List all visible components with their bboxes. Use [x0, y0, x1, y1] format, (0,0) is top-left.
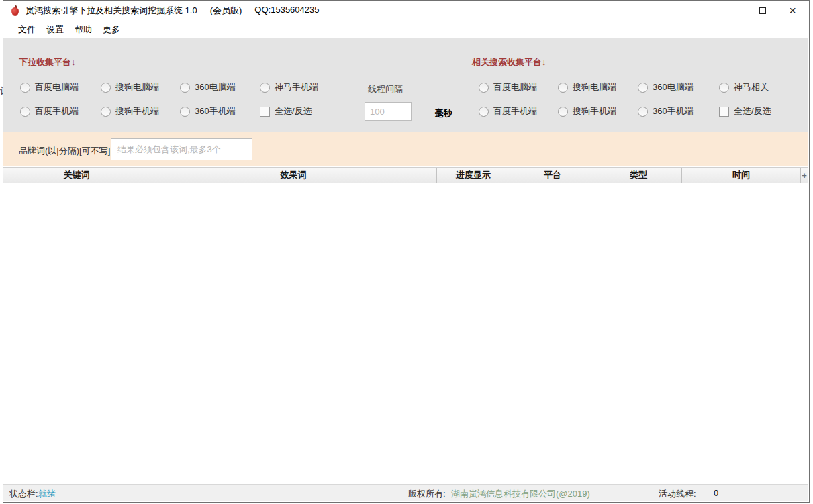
add-column-button[interactable]: + — [801, 168, 808, 183]
radio-label: 360电脑端 — [653, 81, 694, 93]
copyright-label: 版权所有: — [408, 488, 446, 500]
close-button[interactable]: ✕ — [777, 1, 808, 21]
radio-label: 百度电脑端 — [493, 81, 537, 93]
radio-icon — [260, 83, 270, 93]
title-bar: 岚鸿搜索引擎下拉及相关搜索词挖掘系统 1.0 (会员版) QQ:15356042… — [3, 1, 808, 21]
close-icon: ✕ — [789, 6, 797, 15]
radio-label: 搜狗电脑端 — [573, 81, 616, 93]
dd-select-all-checkbox[interactable]: 全选/反选 — [260, 105, 312, 117]
dropdown-panel-heading: 下拉收集平台↓ — [19, 56, 76, 68]
checkbox-icon — [719, 107, 729, 117]
rel-select-all-checkbox[interactable]: 全选/反选 — [719, 105, 771, 117]
checkbox-icon — [260, 107, 270, 117]
radio-icon — [479, 83, 489, 93]
radio-icon — [558, 83, 568, 93]
radio-icon — [180, 107, 190, 117]
radio-label: 百度手机端 — [493, 105, 537, 117]
maximize-icon — [759, 7, 766, 14]
results-table-body[interactable] — [3, 183, 808, 484]
radio-label: 搜狗电脑端 — [115, 81, 159, 93]
radio-icon — [101, 83, 111, 93]
app-icon — [11, 5, 19, 17]
column-header-keyword[interactable]: 关键词 — [3, 168, 150, 183]
dd-sogou-mobile-radio[interactable]: 搜狗手机端 — [101, 105, 159, 117]
radio-icon — [479, 107, 489, 117]
related-panel-heading: 相关搜索收集平台↓ — [472, 56, 546, 68]
window-edition: (会员版) — [210, 5, 242, 17]
radio-icon — [101, 107, 111, 117]
thread-interval-label: 线程间隔 — [368, 83, 403, 95]
radio-icon — [180, 83, 190, 93]
radio-icon — [20, 107, 30, 117]
radio-label: 神马手机端 — [275, 81, 318, 93]
radio-label: 360手机端 — [195, 105, 236, 117]
dd-baidu-mobile-radio[interactable]: 百度手机端 — [20, 105, 79, 117]
rel-shenma-radio[interactable]: 神马相关 — [719, 81, 769, 93]
radio-icon — [638, 83, 648, 93]
radio-icon — [20, 83, 30, 93]
radio-label: 百度电脑端 — [35, 81, 79, 93]
brand-word-label: 品牌词(以|分隔)[可不写] — [19, 145, 110, 157]
status-value: 就绪 — [38, 488, 56, 500]
menu-settings[interactable]: 设置 — [46, 23, 64, 36]
menu-more[interactable]: 更多 — [103, 23, 120, 36]
menu-help[interactable]: 帮助 — [75, 23, 92, 36]
rel-360-mobile-radio[interactable]: 360手机端 — [638, 105, 694, 117]
status-bar: 状态栏: 就绪 版权所有: 湖南岚鸿信息科技有限公司(@2019) 活动线程: … — [3, 484, 808, 501]
active-threads-label: 活动线程: — [659, 488, 696, 500]
thread-interval-input[interactable] — [365, 102, 412, 121]
dd-baidu-pc-radio[interactable]: 百度电脑端 — [20, 81, 79, 93]
status-label: 状态栏: — [9, 488, 38, 500]
column-header-progress[interactable]: 进度显示 — [437, 168, 510, 183]
column-header-time[interactable]: 时间 — [682, 168, 801, 183]
brand-word-input[interactable] — [111, 138, 252, 160]
radio-icon — [638, 107, 648, 117]
active-threads-value: 0 — [714, 488, 718, 498]
rel-sogou-pc-radio[interactable]: 搜狗电脑端 — [558, 81, 616, 93]
minimize-icon — [728, 11, 736, 11]
dd-360-mobile-radio[interactable]: 360手机端 — [180, 105, 236, 117]
radio-label: 搜狗手机端 — [115, 105, 159, 117]
menu-bar: 文件 设置 帮助 更多 — [3, 21, 808, 38]
menu-file[interactable]: 文件 — [18, 23, 36, 36]
dd-sogou-pc-radio[interactable]: 搜狗电脑端 — [101, 81, 159, 93]
checkbox-label: 全选/反选 — [734, 105, 771, 117]
radio-label: 360电脑端 — [195, 81, 236, 93]
thread-interval-unit: 毫秒 — [435, 107, 452, 119]
dd-360-pc-radio[interactable]: 360电脑端 — [180, 81, 236, 93]
column-header-type[interactable]: 类型 — [595, 168, 682, 183]
rel-sogou-mobile-radio[interactable]: 搜狗手机端 — [558, 105, 616, 117]
results-table-header: 关键词 效果词 进度显示 平台 类型 时间 + — [3, 167, 808, 183]
radio-icon — [558, 107, 568, 117]
column-header-result-word[interactable]: 效果词 — [150, 168, 437, 183]
minimize-button[interactable] — [717, 1, 747, 21]
copyright-value: 湖南岚鸿信息科技有限公司(@2019) — [451, 488, 590, 500]
window-qq: QQ:1535604235 — [254, 5, 319, 17]
radio-icon — [719, 83, 729, 93]
radio-label: 神马相关 — [734, 81, 769, 93]
radio-label: 搜狗手机端 — [573, 105, 616, 117]
platform-panel: 下拉收集平台↓ 相关搜索收集平台↓ 百度电脑端 搜狗电脑端 360电脑端 神马手… — [3, 38, 808, 132]
maximize-button[interactable] — [747, 1, 777, 21]
radio-label: 百度手机端 — [35, 105, 79, 117]
column-header-platform[interactable]: 平台 — [510, 168, 595, 183]
radio-label: 360手机端 — [653, 105, 694, 117]
dd-shenma-mobile-radio[interactable]: 神马手机端 — [260, 81, 318, 93]
rel-360-pc-radio[interactable]: 360电脑端 — [638, 81, 694, 93]
checkbox-label: 全选/反选 — [275, 105, 312, 117]
window-title: 岚鸿搜索引擎下拉及相关搜索词挖掘系统 1.0 — [26, 5, 197, 17]
task-row: 品牌词(以|分隔)[可不写] 开始任务 停止任务 导出结果 过滤空行 边查边存 — [3, 132, 808, 166]
rel-baidu-mobile-radio[interactable]: 百度手机端 — [479, 105, 537, 117]
rel-baidu-pc-radio[interactable]: 百度电脑端 — [479, 81, 537, 93]
